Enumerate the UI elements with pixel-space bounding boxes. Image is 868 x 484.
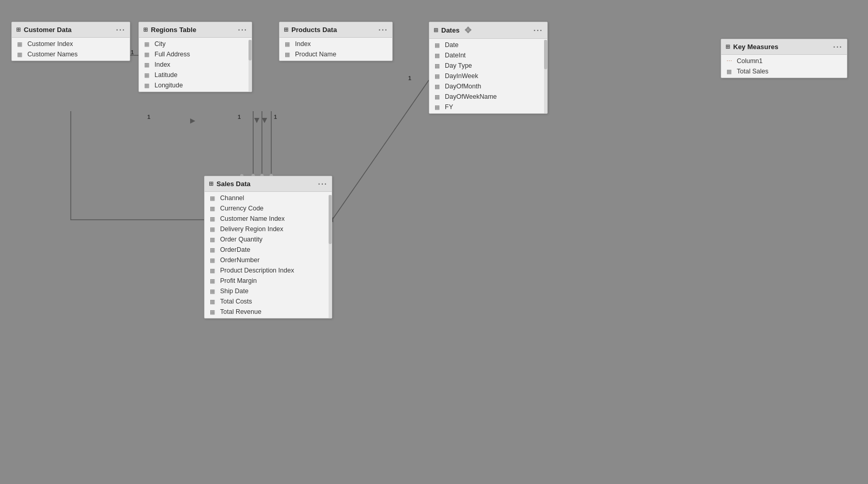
sales-menu[interactable]: ···	[318, 179, 328, 188]
sales-grid-icon: ⊞	[209, 180, 213, 187]
table-row[interactable]: ▦ Date	[429, 40, 547, 50]
table-row[interactable]: ▦ Customer Index	[12, 39, 130, 49]
table-row[interactable]: ▦ Full Address	[139, 49, 252, 59]
table-row[interactable]: ▦ DayOfMonth	[429, 81, 547, 92]
field-label: Delivery Region Index	[220, 225, 283, 233]
row-icon: ▦	[435, 83, 442, 90]
row-icon: ▦	[144, 51, 151, 58]
products-menu[interactable]: ···	[378, 25, 388, 34]
dates-header: ⊞ Dates ✥ ···	[429, 22, 547, 39]
key-measures-menu[interactable]: ···	[833, 42, 843, 51]
svg-text:1: 1	[238, 114, 241, 120]
table-row[interactable]: ▦ Total Revenue	[205, 307, 332, 317]
table-row[interactable]: ▦ Customer Names	[12, 49, 130, 59]
regions-grid-icon: ⊞	[143, 26, 148, 33]
key-measures-body: ⋯ Column1 ▦ Total Sales	[721, 55, 847, 78]
field-label: Day Type	[445, 62, 472, 69]
row-icon: ▦	[210, 267, 217, 274]
row-icon: ▦	[210, 226, 217, 233]
products-grid-icon: ⊞	[284, 26, 288, 33]
field-label: City	[154, 40, 166, 48]
svg-marker-10	[254, 118, 259, 123]
row-icon: ▦	[435, 42, 442, 49]
regions-menu[interactable]: ···	[238, 25, 247, 34]
field-label: Date	[445, 41, 458, 49]
field-label: Full Address	[154, 51, 190, 58]
field-label: Customer Name Index	[220, 215, 285, 222]
table-row[interactable]: ▦ Latitude	[139, 70, 252, 80]
customer-data-grid-icon: ⊞	[16, 26, 21, 33]
key-measures-table[interactable]: ⊞ Key Measures ··· ⋯ Column1 ▦ Total Sal…	[721, 39, 847, 78]
row-icon: ▦	[435, 63, 442, 69]
svg-marker-9	[190, 118, 195, 124]
row-icon: ▦	[210, 247, 217, 253]
svg-text:1: 1	[131, 49, 134, 55]
row-icon: ▦	[144, 41, 151, 48]
table-row[interactable]: ▦ DayInWeek	[429, 71, 547, 81]
field-label: OrderNumber	[220, 256, 259, 264]
customer-data-header: ⊞ Customer Data ···	[12, 22, 130, 38]
row-icon: ▦	[210, 236, 217, 243]
table-row[interactable]: ▦ Customer Name Index	[205, 214, 332, 224]
products-header: ⊞ Products Data ···	[280, 22, 392, 38]
row-icon: ▦	[144, 72, 151, 79]
row-icon: ▦	[210, 288, 217, 295]
table-row[interactable]: ▦ Day Type	[429, 61, 547, 71]
row-icon: ▦	[435, 52, 442, 59]
table-row[interactable]: ▦ Ship Date	[205, 286, 332, 296]
table-row[interactable]: ▦ Currency Code	[205, 203, 332, 214]
field-label: Customer Index	[27, 40, 73, 48]
table-row[interactable]: ▦ Profit Margin	[205, 276, 332, 286]
sales-data-table[interactable]: ⊞ Sales Data ··· ▦ Channel ▦ Currency Co…	[204, 176, 332, 319]
field-label: Profit Margin	[220, 277, 257, 284]
table-row[interactable]: ▦ Total Sales	[721, 66, 847, 77]
key-measures-grid-icon: ⊞	[725, 43, 730, 50]
table-row[interactable]: ▦ Longitude	[139, 80, 252, 90]
svg-text:1: 1	[408, 75, 411, 81]
field-label: Order Quantity	[220, 236, 262, 243]
row-icon: ▦	[285, 51, 292, 58]
row-icon: ▦	[285, 41, 292, 48]
row-icon: ▦	[210, 216, 217, 222]
table-row[interactable]: ▦ Channel	[205, 193, 332, 203]
field-label: Total Revenue	[220, 308, 261, 315]
table-row[interactable]: ▦ Index	[280, 39, 392, 49]
regions-table-card[interactable]: ⊞ Regions Table ··· ▦ City ▦ Full Addres…	[138, 22, 252, 92]
customer-data-table[interactable]: ⊞ Customer Data ··· ▦ Customer Index ▦ C…	[11, 22, 130, 61]
table-row[interactable]: ▦ OrderDate	[205, 245, 332, 255]
dates-title: Dates	[441, 26, 459, 34]
field-label: Product Name	[295, 51, 336, 58]
field-label: Longitude	[154, 82, 183, 89]
table-row[interactable]: ▦ FY	[429, 102, 547, 112]
field-label: DateInt	[445, 52, 466, 59]
table-row[interactable]: ⋯ Column1	[721, 56, 847, 66]
table-row[interactable]: ▦ DayOfWeekName	[429, 92, 547, 102]
table-row[interactable]: ▦ Product Name	[280, 49, 392, 59]
regions-table-header: ⊞ Regions Table ···	[139, 22, 252, 38]
key-measures-title: Key Measures	[733, 43, 778, 51]
table-row[interactable]: ▦ Total Costs	[205, 296, 332, 307]
table-row[interactable]: ▦ OrderNumber	[205, 255, 332, 265]
svg-line-4	[332, 80, 429, 220]
customer-data-body: ▦ Customer Index ▦ Customer Names	[12, 38, 130, 61]
table-row[interactable]: ▦ Product Description Index	[205, 265, 332, 276]
row-icon: ▦	[435, 94, 442, 100]
row-icon: ▦	[210, 278, 217, 284]
row-icon: ▦	[726, 68, 734, 75]
table-row[interactable]: ▦ Order Quantity	[205, 234, 332, 245]
table-row[interactable]: ▦ DateInt	[429, 50, 547, 61]
row-icon: ▦	[210, 257, 217, 264]
customer-data-menu[interactable]: ···	[116, 25, 126, 34]
products-data-table[interactable]: ⊞ Products Data ··· ▦ Index ▦ Product Na…	[279, 22, 393, 61]
table-row[interactable]: ▦ Index	[139, 59, 252, 70]
table-row[interactable]: ▦ Delivery Region Index	[205, 224, 332, 234]
table-row[interactable]: ▦ City	[139, 39, 252, 49]
sales-header: ⊞ Sales Data ···	[205, 176, 332, 192]
special-icon: ⋯	[726, 58, 734, 65]
row-icon: ▦	[144, 62, 151, 68]
row-icon: ▦	[210, 205, 217, 212]
field-label: OrderDate	[220, 246, 250, 253]
field-label: Product Description Index	[220, 267, 294, 274]
dates-menu[interactable]: ···	[533, 26, 543, 35]
dates-table[interactable]: ⊞ Dates ✥ ··· ▦ Date ▦ DateInt ▦ Day Typ…	[429, 22, 548, 114]
